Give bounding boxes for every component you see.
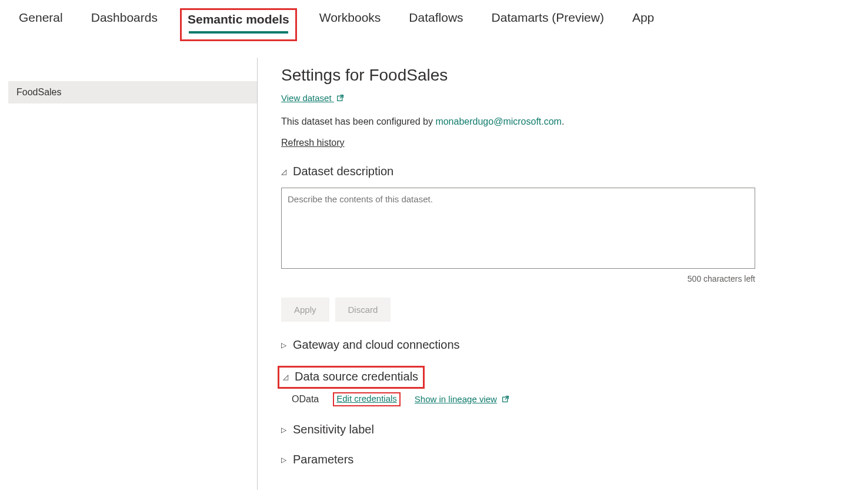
page-title: Settings for FoodSales [281,66,763,85]
view-dataset-link[interactable]: View dataset [281,93,334,103]
external-link-icon [502,395,509,405]
triangle-collapsed-icon: ▷ [281,426,289,434]
data-source-type: OData [292,394,319,405]
description-textarea[interactable] [281,188,755,269]
section-title-sensitivity: Sensitivity label [293,423,374,436]
configured-by-email: monaberdugo@microsoft.com [435,116,562,126]
triangle-expanded-icon: ◿ [281,168,289,176]
refresh-history-link[interactable]: Refresh history [281,138,345,148]
show-in-lineage-link[interactable]: Show in lineage view [415,394,497,404]
section-head-gateway[interactable]: ▷ Gateway and cloud connections [281,338,763,352]
section-head-description[interactable]: ◿ Dataset description [281,165,763,178]
section-head-parameters[interactable]: ▷ Parameters [281,453,763,466]
triangle-expanded-icon: ◿ [283,373,291,381]
highlight-tab-semantic-models: Semantic models [180,8,297,41]
triangle-collapsed-icon: ▷ [281,341,289,349]
tabstrip: General Dashboards Semantic models Workb… [0,0,844,41]
section-parameters: ▷ Parameters [281,453,763,466]
tab-datamarts[interactable]: Datamarts (Preview) [492,11,604,33]
tab-app[interactable]: App [632,11,654,33]
section-title-gateway: Gateway and cloud connections [293,338,460,352]
view-dataset-label: View dataset [281,93,332,103]
triangle-collapsed-icon: ▷ [281,456,289,464]
discard-button[interactable]: Discard [335,298,391,322]
tab-workbooks[interactable]: Workbooks [319,11,381,33]
section-title-parameters: Parameters [293,453,353,466]
section-sensitivity: ▷ Sensitivity label [281,423,763,436]
tab-dashboards[interactable]: Dashboards [91,11,158,33]
section-title-credentials[interactable]: Data source credentials [295,370,418,383]
apply-button[interactable]: Apply [281,298,329,322]
sidebar-item-foodsales[interactable]: FoodSales [8,81,257,104]
main-content: Settings for FoodSales View dataset This… [258,58,787,490]
section-gateway: ▷ Gateway and cloud connections [281,338,763,352]
highlight-credentials-title: ◿ Data source credentials [278,366,425,389]
section-title-description: Dataset description [293,165,393,178]
tab-general[interactable]: General [19,11,63,33]
highlight-edit-credentials: Edit credentials [333,392,401,406]
section-head-sensitivity[interactable]: ▷ Sensitivity label [281,423,763,436]
external-link-icon [336,94,344,104]
characters-left: 500 characters left [281,274,755,283]
tab-semantic-models[interactable]: Semantic models [188,12,289,31]
configured-by-text: This dataset has been configured by mona… [281,116,763,127]
edit-credentials-link[interactable]: Edit credentials [336,393,397,403]
section-dataset-description: ◿ Dataset description 500 characters lef… [281,165,763,322]
section-credentials: ◿ Data source credentials OData Edit cre… [281,368,763,406]
sidebar: FoodSales [0,58,258,490]
tab-dataflows[interactable]: Dataflows [409,11,463,33]
